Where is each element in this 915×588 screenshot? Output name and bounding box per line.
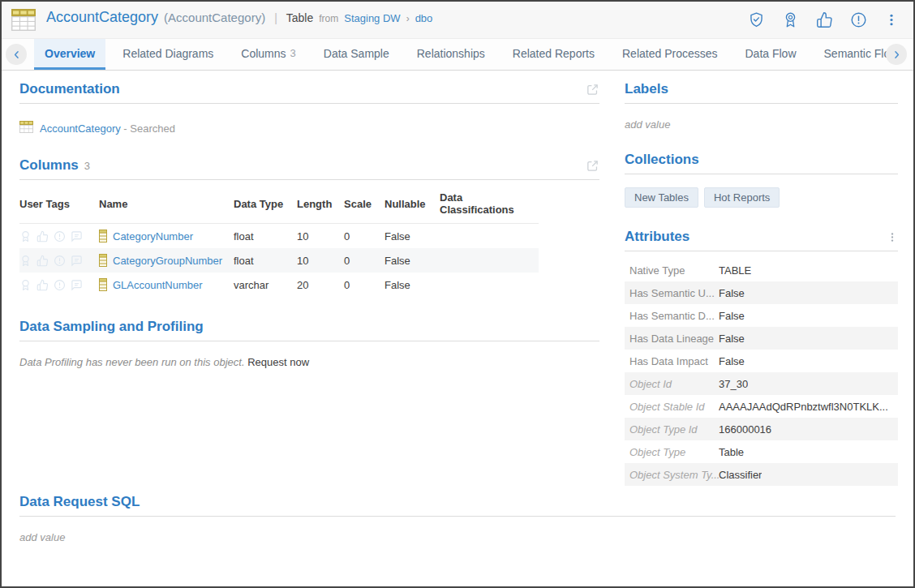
shield-check-icon[interactable]: [746, 10, 767, 30]
collection-chip-new-tables[interactable]: New Tables: [625, 187, 698, 208]
request-now-link[interactable]: Request now: [247, 356, 309, 368]
attribute-value: False: [719, 287, 745, 299]
comment-icon[interactable]: [71, 230, 83, 242]
columns-heading-label: Columns: [19, 157, 79, 174]
tab-relationships[interactable]: Relationships: [406, 39, 496, 70]
cell-data-type: varchar: [234, 279, 297, 291]
row-actions: [19, 230, 99, 242]
column-icon: [99, 278, 107, 291]
cell-scale: 0: [344, 230, 384, 242]
labels-heading: Labels: [625, 81, 668, 97]
documentation-section: Documentation: [19, 81, 599, 135]
attribute-row: Has Data Lineage False: [625, 327, 898, 350]
attribute-row: Has Data Impact False: [625, 350, 898, 372]
thumbs-up-icon[interactable]: [814, 10, 835, 30]
attribute-value: Table: [719, 446, 744, 458]
tab-data-sample[interactable]: Data Sample: [313, 39, 400, 70]
attribute-value: Classifier: [719, 469, 762, 481]
column-header-user-tags: User Tags: [19, 198, 99, 210]
collections-heading: Collections: [625, 152, 699, 168]
tab-bar: Overview Related Diagrams Columns3 Data …: [2, 39, 913, 71]
column-header-classifications: Data Classifications: [440, 191, 539, 216]
object-type-label: Table: [286, 11, 313, 24]
profiling-section: Data Sampling and Profiling Data Profili…: [19, 319, 599, 368]
tab-related-diagrams[interactable]: Related Diagrams: [112, 39, 224, 70]
labels-section: Labels add value: [625, 81, 898, 131]
row-actions: [19, 255, 99, 267]
cell-length: 10: [297, 255, 344, 267]
open-external-icon[interactable]: [586, 159, 599, 173]
column-name-link[interactable]: CategoryGroupNumber: [113, 255, 222, 267]
breadcrumb-staging-dw[interactable]: Staging DW: [344, 12, 400, 24]
tab-related-processes[interactable]: Related Processes: [612, 39, 728, 70]
tab-label: Overview: [45, 47, 95, 60]
section-divider: [19, 179, 599, 180]
column-header-scale: Scale: [344, 198, 384, 210]
tab-columns[interactable]: Columns3: [230, 39, 306, 70]
section-divider: [625, 174, 898, 174]
kebab-menu-icon[interactable]: [883, 10, 900, 30]
columns-table: User Tags Name Data Type Length Scale Nu…: [19, 182, 539, 297]
row-actions: [19, 279, 99, 291]
column-icon: [99, 230, 107, 242]
thumbs-up-icon[interactable]: [37, 279, 49, 291]
section-divider: [625, 103, 898, 104]
documentation-item-suffix: - Searched: [123, 122, 175, 135]
table-row: CategoryGroupNumber float 10 0 False: [19, 248, 539, 273]
tab-related-reports[interactable]: Related Reports: [502, 39, 605, 70]
cell-nullable: False: [384, 230, 440, 242]
labels-add-value[interactable]: add value: [625, 118, 898, 131]
thumbs-up-icon[interactable]: [37, 230, 49, 242]
table-row: GLAccountNumber varchar 20 0 False: [19, 273, 539, 297]
section-divider: [19, 103, 599, 104]
sql-add-value[interactable]: add value: [19, 531, 896, 543]
attribute-value: 166000016: [719, 423, 771, 436]
award-icon[interactable]: [780, 10, 801, 30]
breadcrumb-separator: ›: [406, 13, 410, 24]
cell-length: 10: [297, 230, 344, 242]
column-header-nullable: Nullable: [384, 198, 440, 210]
chevron-left-icon[interactable]: [6, 44, 27, 65]
attributes-heading: Attributes: [625, 229, 689, 245]
attributes-table: Native Type TABLE Has Semantic U... Fals…: [625, 259, 898, 486]
table-row: CategoryNumber float 10 0 False: [19, 224, 539, 248]
tab-count-badge: 3: [290, 47, 296, 59]
data-request-sql-section: Data Request SQL add value: [19, 494, 896, 543]
attributes-section: Attributes Native Type TABLE Has Semanti…: [625, 229, 898, 486]
column-name-link[interactable]: GLAccountNumber: [113, 279, 203, 291]
award-icon[interactable]: [19, 255, 32, 267]
attribute-label: Has Data Lineage: [629, 333, 719, 345]
attribute-value: TABLE: [719, 264, 751, 277]
documentation-object-link[interactable]: AccountCategory: [40, 122, 121, 135]
comment-icon[interactable]: [71, 279, 83, 291]
comment-icon[interactable]: [71, 255, 83, 267]
tab-overview[interactable]: Overview: [34, 39, 105, 70]
attribute-label: Native Type: [629, 264, 719, 277]
profiling-heading: Data Sampling and Profiling: [19, 319, 204, 335]
alert-circle-icon[interactable]: [54, 230, 66, 242]
column-name-link[interactable]: CategoryNumber: [113, 230, 193, 242]
alert-circle-icon[interactable]: [54, 279, 66, 291]
award-icon[interactable]: [19, 279, 32, 291]
columns-table-header: User Tags Name Data Type Length Scale Nu…: [19, 182, 539, 224]
object-header: AccountCategory (AccountCategory) | Tabl…: [2, 2, 913, 39]
attribute-label: Object Stable Id: [629, 401, 719, 413]
alert-circle-icon[interactable]: [848, 10, 869, 30]
tab-data-flow[interactable]: Data Flow: [735, 39, 807, 70]
header-divider: |: [274, 11, 277, 24]
column-icon: [99, 254, 107, 267]
kebab-menu-icon[interactable]: [887, 230, 898, 244]
breadcrumb-dbo[interactable]: dbo: [415, 12, 433, 24]
attribute-label: Object Id: [629, 378, 719, 390]
attribute-row: Object Stable Id AAAAJAAdQdRPnbztwfl3N0T…: [625, 395, 898, 418]
open-external-icon[interactable]: [586, 83, 599, 97]
chevron-right-icon[interactable]: [886, 44, 907, 65]
alert-circle-icon[interactable]: [54, 255, 66, 267]
tab-label: Related Reports: [513, 47, 595, 60]
attribute-value: False: [719, 333, 745, 345]
columns-count-badge: 3: [84, 160, 90, 172]
thumbs-up-icon[interactable]: [37, 255, 49, 267]
award-icon[interactable]: [19, 230, 32, 242]
section-divider: [625, 251, 898, 251]
collection-chip-hot-reports[interactable]: Hot Reports: [704, 187, 780, 208]
